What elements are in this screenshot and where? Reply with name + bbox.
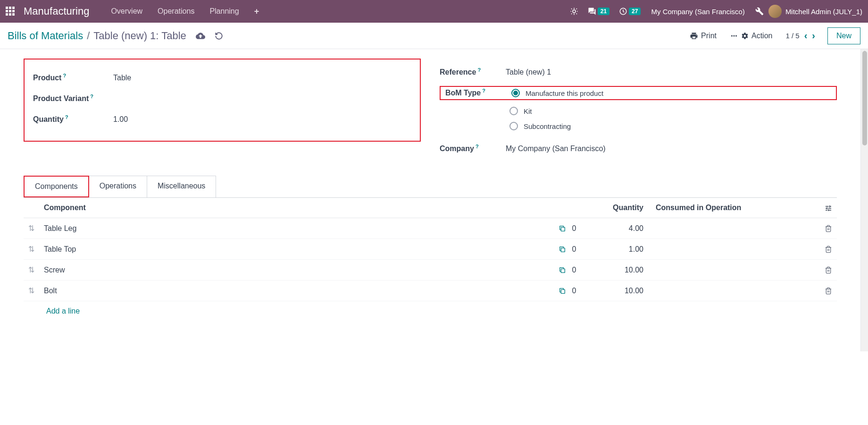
bomtype-highlight: BoM Type? Manufacture this product <box>440 86 837 100</box>
table-row[interactable]: ⇅ Table Top 0 1.00 <box>24 239 837 260</box>
help-icon[interactable]: ? <box>477 67 481 73</box>
pager: 1 / 5 ‹ › <box>785 30 815 41</box>
bug-icon[interactable] <box>570 7 578 16</box>
row-consumed[interactable] <box>648 260 818 280</box>
help-icon[interactable]: ? <box>482 88 485 94</box>
radio-unchecked-icon <box>509 122 518 130</box>
tools-icon[interactable] <box>755 7 764 16</box>
topbar: Manufacturing Overview Operations Planni… <box>0 0 868 23</box>
quantity-label: Quantity? <box>33 115 113 124</box>
component-name[interactable]: Screw <box>39 260 554 280</box>
tab-operations[interactable]: Operations <box>89 176 147 197</box>
radio-checked-icon <box>511 89 520 97</box>
trash-icon[interactable] <box>825 266 832 274</box>
reference-field[interactable]: Table (new) 1 <box>506 68 551 76</box>
subbar: Bills of Materials / Table (new) 1: Tabl… <box>0 23 868 49</box>
drag-handle-icon[interactable]: ⇅ <box>28 287 34 295</box>
tab-components[interactable]: Components <box>24 176 89 197</box>
radio-subcontracting[interactable]: Subcontracting <box>509 122 837 130</box>
company-field[interactable]: My Company (San Francisco) <box>506 144 606 153</box>
trash-icon[interactable] <box>825 287 832 295</box>
company-label: Company? <box>440 144 506 153</box>
svg-rect-3 <box>561 248 565 252</box>
row-quantity[interactable]: 10.00 <box>592 280 648 301</box>
radio-manufacture[interactable]: Manufacture this product <box>511 89 603 97</box>
trash-icon[interactable] <box>825 245 832 253</box>
variant-icon[interactable] <box>559 245 568 253</box>
row-consumed[interactable] <box>648 239 818 260</box>
columns-settings-icon[interactable] <box>825 204 832 212</box>
help-icon[interactable]: ? <box>476 144 479 149</box>
row-quantity[interactable]: 4.00 <box>592 218 648 239</box>
tab-miscellaneous[interactable]: Miscellaneous <box>147 176 216 197</box>
component-name[interactable]: Bolt <box>39 280 554 301</box>
nav-planning[interactable]: Planning <box>202 7 246 16</box>
avatar[interactable] <box>768 5 782 18</box>
tabs: Components Operations Miscellaneous <box>24 176 837 197</box>
radio-kit[interactable]: Kit <box>509 107 837 115</box>
row-consumed[interactable] <box>648 218 818 239</box>
svg-rect-2 <box>561 228 565 231</box>
variant-count: 0 <box>572 224 576 232</box>
pager-count[interactable]: 1 / 5 <box>785 32 799 40</box>
drag-handle-icon[interactable]: ⇅ <box>28 245 34 253</box>
breadcrumb: Bills of Materials / Table (new) 1: Tabl… <box>8 30 186 42</box>
col-consumed: Consumed in Operation <box>648 198 818 218</box>
table-row[interactable]: ⇅ Screw 0 10.00 <box>24 260 837 280</box>
activities-icon[interactable]: 27 <box>619 7 641 16</box>
reference-label: Reference? <box>440 68 506 76</box>
help-icon[interactable]: ? <box>63 73 66 78</box>
row-quantity[interactable]: 1.00 <box>592 239 648 260</box>
radio-unchecked-icon <box>509 107 518 115</box>
scrollbar-thumb[interactable] <box>862 51 867 145</box>
variant-icon[interactable] <box>559 266 568 274</box>
component-name[interactable]: Table Leg <box>39 218 554 239</box>
print-label: Print <box>701 32 717 40</box>
pager-next-icon[interactable]: › <box>812 30 815 41</box>
discard-icon[interactable] <box>215 31 223 40</box>
drag-handle-icon[interactable]: ⇅ <box>28 266 34 274</box>
row-quantity[interactable]: 10.00 <box>592 260 648 280</box>
breadcrumb-separator: / <box>87 30 90 42</box>
variant-count: 0 <box>572 266 576 274</box>
variant-label: Product Variant? <box>33 94 113 103</box>
app-title: Manufacturing <box>24 5 89 17</box>
pager-prev-icon[interactable]: ‹ <box>804 30 808 41</box>
bomtype-label: BoM Type? <box>445 89 511 97</box>
trash-icon[interactable] <box>825 224 832 232</box>
scrollbar[interactable]: ▲ <box>860 49 868 351</box>
messages-icon[interactable]: 21 <box>588 7 609 16</box>
activities-badge: 27 <box>629 8 641 15</box>
variant-icon[interactable] <box>559 287 568 295</box>
variant-icon[interactable] <box>559 224 568 232</box>
nav-overview[interactable]: Overview <box>103 7 150 16</box>
component-name[interactable]: Table Top <box>39 239 554 260</box>
action-button[interactable]: Action <box>730 32 772 40</box>
company-selector[interactable]: My Company (San Francisco) <box>651 8 744 16</box>
apps-icon[interactable] <box>6 7 15 16</box>
new-button[interactable]: New <box>827 27 860 44</box>
table-row[interactable]: ⇅ Table Leg 0 4.00 <box>24 218 837 239</box>
add-line-button[interactable]: Add a line <box>24 301 837 321</box>
product-field[interactable]: Table <box>113 74 131 82</box>
action-label: Action <box>751 32 772 40</box>
breadcrumb-root[interactable]: Bills of Materials <box>8 30 83 42</box>
help-icon[interactable]: ? <box>65 114 68 120</box>
user-menu[interactable]: Mitchell Admin (JULY_1) <box>785 8 862 16</box>
help-icon[interactable]: ? <box>90 94 93 99</box>
svg-rect-4 <box>561 269 565 273</box>
table-row[interactable]: ⇅ Bolt 0 10.00 <box>24 280 837 301</box>
col-quantity: Quantity <box>592 198 648 218</box>
quantity-field[interactable]: 1.00 <box>113 115 128 124</box>
variant-count: 0 <box>572 287 576 295</box>
print-button[interactable]: Print <box>690 32 717 40</box>
product-section-highlight: Product? Table Product Variant? Quantity… <box>24 59 421 142</box>
messages-badge: 21 <box>598 8 609 15</box>
components-table: Component Quantity Consumed in Operation… <box>24 198 837 301</box>
nav-operations[interactable]: Operations <box>150 7 202 16</box>
nav-add-icon[interactable]: + <box>247 7 267 17</box>
row-consumed[interactable] <box>648 280 818 301</box>
drag-handle-icon[interactable]: ⇅ <box>28 224 34 232</box>
cloud-save-icon[interactable] <box>196 31 205 40</box>
breadcrumb-current: Table (new) 1: Table <box>93 30 186 42</box>
